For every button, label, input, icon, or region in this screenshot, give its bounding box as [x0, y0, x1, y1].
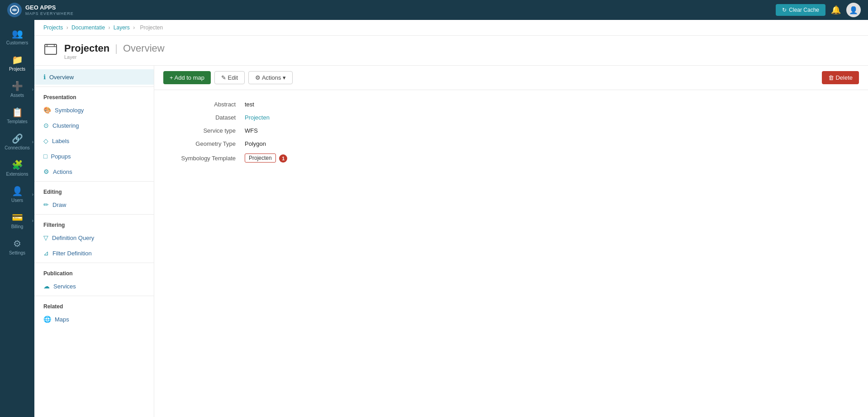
left-panel-actions-presentation[interactable]: ⚙ Actions [34, 164, 154, 179]
maps-icon: 🌐 [43, 316, 51, 323]
details-area: Abstract test Dataset Projecten Service … [154, 90, 868, 180]
sync-icon: ↻ [782, 7, 787, 13]
gear-icon: ⚙ Actions ▾ [255, 74, 286, 81]
detail-row-service-type: Service type WFS [172, 127, 850, 134]
breadcrumb-projects[interactable]: Projects [43, 24, 63, 31]
actions-label: Actions [53, 168, 72, 175]
left-panel-draw[interactable]: ✏ Draw [34, 197, 154, 212]
definition-query-label: Definition Query [52, 235, 94, 241]
sidebar-label-projects: Projects [9, 67, 25, 72]
left-panel-definition-query[interactable]: ▽ Definition Query [34, 230, 154, 245]
actions-button[interactable]: ⚙ Actions ▾ [248, 71, 293, 84]
divider-related [34, 296, 154, 296]
sidebar-label-extensions: Extensions [6, 172, 28, 177]
app-tagline: MAPS EVERYWHERE [25, 11, 74, 16]
sidebar-item-connections[interactable]: 🔗 Connections › [0, 129, 34, 155]
section-presentation: Presentation [34, 89, 154, 102]
detail-row-geometry-type: Geometry Type Polygon [172, 140, 850, 147]
section-editing: Editing [34, 183, 154, 197]
add-to-map-button[interactable]: + Add to map [163, 71, 211, 84]
sidebar-item-customers[interactable]: 👥 Customers [0, 24, 34, 50]
breadcrumb-sep-3: › [133, 24, 136, 31]
actions-icon: ⚙ [43, 168, 49, 175]
edit-icon: ✎ Edit [221, 74, 238, 81]
detail-row-symbology-template: Symbology Template Projecten 1 [172, 153, 850, 163]
extensions-icon: 🧩 [12, 159, 23, 170]
sidebar-item-users[interactable]: 👤 Users › [0, 181, 34, 207]
avatar[interactable]: 👤 [846, 3, 861, 17]
breadcrumb-sep-1: › [66, 24, 70, 31]
page-icon [43, 42, 58, 60]
sidebar-item-extensions[interactable]: 🧩 Extensions [0, 155, 34, 181]
service-type-label: Service type [172, 127, 245, 134]
edit-button[interactable]: ✎ Edit [214, 71, 245, 84]
add-icon: + Add to map [170, 74, 204, 81]
settings-icon: ⚙ [13, 238, 21, 249]
dataset-value: Projecten [245, 114, 270, 121]
customers-icon: 👥 [12, 28, 23, 39]
sidebar-item-settings[interactable]: ⚙ Settings [0, 234, 34, 260]
svg-rect-1 [45, 44, 57, 54]
sidebar-item-templates[interactable]: 📋 Templates [0, 102, 34, 129]
divider-presentation [34, 86, 154, 87]
draw-label: Draw [52, 201, 66, 208]
breadcrumb-current: Projecten [140, 24, 163, 31]
labels-label: Labels [52, 138, 69, 144]
trash-icon: 🗑 Delete [828, 74, 853, 81]
symbology-label: Symbology [55, 107, 84, 114]
left-panel-labels[interactable]: ◇ Labels [34, 133, 154, 149]
users-icon: 👤 [12, 186, 23, 197]
left-panel: ℹ Overview Presentation 🎨 Symbology ⊙ Cl… [34, 66, 154, 417]
sidebar-label-billing: Billing [11, 224, 24, 229]
maps-label: Maps [55, 316, 69, 323]
info-icon: ℹ [43, 73, 46, 81]
dataset-label: Dataset [172, 114, 245, 121]
services-icon: ☁ [43, 283, 50, 290]
breadcrumb-documentatie[interactable]: Documentatie [71, 24, 105, 31]
right-content: + Add to map ✎ Edit ⚙ Actions ▾ 🗑 Delete… [154, 66, 868, 417]
logo-area: GEO APPS MAPS EVERYWHERE [7, 3, 74, 17]
page-meta: Layer [64, 54, 165, 60]
symbology-template-badge[interactable]: Projecten [245, 153, 276, 163]
divider-publication [34, 263, 154, 263]
dataset-link[interactable]: Projecten [245, 114, 270, 121]
left-panel-services[interactable]: ☁ Services [34, 278, 154, 294]
sidebar-label-settings: Settings [9, 250, 25, 255]
left-panel-popups[interactable]: □ Popups [34, 149, 154, 164]
definition-query-icon: ▽ [43, 234, 48, 241]
sidebar: 👥 Customers 📁 Projects ➕ Assets › 📋 Temp… [0, 20, 34, 417]
delete-button[interactable]: 🗑 Delete [822, 71, 859, 84]
sidebar-item-billing[interactable]: 💳 Billing › [0, 207, 34, 234]
abstract-value: test [245, 101, 254, 108]
main-layout: Projects › Documentatie › Layers › Proje… [34, 20, 868, 417]
services-label: Services [53, 283, 76, 290]
page-subtitle: Overview [123, 43, 165, 54]
divider-editing [34, 181, 154, 182]
left-panel-overview[interactable]: ℹ Overview [34, 69, 154, 85]
draw-icon: ✏ [43, 201, 49, 208]
left-panel-filter-definition[interactable]: ⊿ Filter Definition [34, 245, 154, 261]
left-panel-maps[interactable]: 🌐 Maps [34, 312, 154, 327]
sidebar-label-connections: Connections [5, 145, 30, 150]
sidebar-label-assets: Assets [10, 93, 24, 98]
breadcrumb-layers[interactable]: Layers [114, 24, 130, 31]
billing-expand-icon: › [32, 218, 33, 223]
divider-filtering [34, 214, 154, 215]
filter-definition-icon: ⊿ [43, 249, 49, 257]
clustering-icon: ⊙ [43, 122, 49, 129]
left-panel-symbology[interactable]: 🎨 Symbology [34, 102, 154, 118]
section-publication: Publication [34, 265, 154, 278]
abstract-label: Abstract [172, 101, 245, 108]
sidebar-item-assets[interactable]: ➕ Assets › [0, 76, 34, 102]
clear-cache-button[interactable]: ↻ Clear Cache [776, 4, 825, 16]
service-type-value: WFS [245, 127, 258, 134]
notification-bell-icon[interactable]: 🔔 [831, 5, 841, 15]
top-navbar: GEO APPS MAPS EVERYWHERE ↻ Clear Cache 🔔… [0, 0, 868, 20]
left-panel-clustering[interactable]: ⊙ Clustering [34, 118, 154, 133]
billing-icon: 💳 [12, 212, 23, 223]
geometry-type-label: Geometry Type [172, 140, 245, 147]
sidebar-label-templates: Templates [7, 119, 28, 124]
sidebar-item-projects[interactable]: 📁 Projects [0, 50, 34, 76]
clustering-label: Clustering [52, 122, 79, 129]
symbology-template-value: Projecten 1 [245, 153, 287, 163]
